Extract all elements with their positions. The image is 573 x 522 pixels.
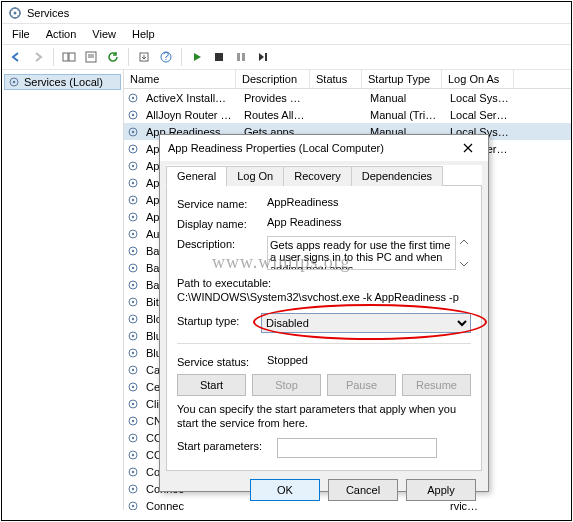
label-description: Description: xyxy=(177,236,259,250)
menu-view[interactable]: View xyxy=(86,26,122,42)
start-parameters-input[interactable] xyxy=(277,438,437,458)
cell-startup: Manual (Trig… xyxy=(364,109,444,121)
gear-icon xyxy=(126,381,140,393)
svg-point-41 xyxy=(132,300,134,302)
back-icon[interactable] xyxy=(6,47,26,67)
gear-icon xyxy=(126,432,140,444)
label-status: Service status: xyxy=(177,354,259,368)
label-service-name: Service name: xyxy=(177,196,259,210)
startup-type-select[interactable]: Disabled xyxy=(261,313,471,333)
svg-point-33 xyxy=(132,232,134,234)
col-name[interactable]: Name xyxy=(124,70,236,88)
toolbar: ? xyxy=(2,44,571,70)
svg-rect-13 xyxy=(265,53,267,61)
services-icon xyxy=(8,6,22,20)
col-logon[interactable]: Log On As xyxy=(442,70,514,88)
stop-button: Stop xyxy=(252,374,321,396)
params-note: You can specify the start parameters tha… xyxy=(177,402,471,431)
gear-icon xyxy=(126,92,140,104)
svg-point-57 xyxy=(132,436,134,438)
gear-icon xyxy=(126,262,140,274)
ok-button[interactable]: OK xyxy=(250,479,320,501)
cancel-button[interactable]: Cancel xyxy=(328,479,398,501)
scroll-down-icon[interactable] xyxy=(458,258,471,270)
dialog-button-row: OK Cancel Apply xyxy=(160,471,488,509)
svg-point-1 xyxy=(14,11,17,14)
value-display-name: App Readiness xyxy=(267,216,471,228)
gear-icon xyxy=(126,347,140,359)
pause-service-icon xyxy=(231,47,251,67)
svg-rect-2 xyxy=(63,53,68,61)
help-icon[interactable]: ? xyxy=(156,47,176,67)
menu-help[interactable]: Help xyxy=(126,26,161,42)
dialog-titlebar: App Readiness Properties (Local Computer… xyxy=(160,135,488,161)
svg-point-35 xyxy=(132,249,134,251)
dialog-title: App Readiness Properties (Local Computer… xyxy=(168,142,384,154)
stop-service-icon[interactable] xyxy=(209,47,229,67)
value-description[interactable]: Gets apps ready for use the first time a… xyxy=(267,236,456,270)
tree-pane: Services (Local) xyxy=(2,70,124,510)
gear-icon xyxy=(126,109,140,121)
gear-icon xyxy=(126,398,140,410)
svg-point-19 xyxy=(132,113,134,115)
svg-point-47 xyxy=(132,351,134,353)
svg-point-31 xyxy=(132,215,134,217)
svg-point-21 xyxy=(132,130,134,132)
scroll-up-icon[interactable] xyxy=(458,236,471,248)
gear-icon xyxy=(126,500,140,511)
cell-desc: Routes AllJo… xyxy=(238,109,312,121)
table-row[interactable]: AllJoyn Router ServiceRoutes AllJo…Manua… xyxy=(124,106,571,123)
tab-dependencies[interactable]: Dependencies xyxy=(351,166,443,186)
svg-point-29 xyxy=(132,198,134,200)
cell-logon: Local Servic… xyxy=(444,109,516,121)
gear-icon xyxy=(126,313,140,325)
svg-point-27 xyxy=(132,181,134,183)
export-icon[interactable] xyxy=(134,47,154,67)
tree-root[interactable]: Services (Local) xyxy=(4,74,121,90)
tree-root-label: Services (Local) xyxy=(24,76,103,88)
label-path: Path to executable: xyxy=(177,276,471,290)
svg-point-43 xyxy=(132,317,134,319)
svg-point-17 xyxy=(132,96,134,98)
tab-logon[interactable]: Log On xyxy=(226,166,284,186)
svg-point-45 xyxy=(132,334,134,336)
svg-point-15 xyxy=(13,81,16,84)
col-description[interactable]: Description xyxy=(236,70,310,88)
pause-button: Pause xyxy=(327,374,396,396)
gear-icon xyxy=(126,143,140,155)
window-title: Services xyxy=(27,7,69,19)
svg-text:?: ? xyxy=(163,51,169,62)
cell-name: ActiveX Installer (AxInstSV) xyxy=(140,92,238,104)
svg-point-55 xyxy=(132,419,134,421)
svg-point-51 xyxy=(132,385,134,387)
gear-icon xyxy=(126,160,140,172)
value-path: C:\WINDOWS\System32\svchost.exe -k AppRe… xyxy=(177,290,471,304)
start-button[interactable]: Start xyxy=(177,374,246,396)
menu-file[interactable]: File xyxy=(6,26,36,42)
properties-icon[interactable] xyxy=(81,47,101,67)
refresh-icon[interactable] xyxy=(103,47,123,67)
dialog-tabs: General Log On Recovery Dependencies xyxy=(166,165,482,186)
menu-action[interactable]: Action xyxy=(40,26,83,42)
svg-point-63 xyxy=(132,487,134,489)
svg-point-49 xyxy=(132,368,134,370)
cell-logon: Local Syste… xyxy=(444,92,516,104)
apply-button[interactable]: Apply xyxy=(406,479,476,501)
show-hide-icon[interactable] xyxy=(59,47,79,67)
gear-icon xyxy=(126,126,140,138)
gear-icon xyxy=(126,245,140,257)
menubar: File Action View Help xyxy=(2,24,571,44)
svg-rect-10 xyxy=(215,53,223,61)
restart-service-icon[interactable] xyxy=(253,47,273,67)
gear-icon xyxy=(126,211,140,223)
svg-point-59 xyxy=(132,453,134,455)
services-icon xyxy=(8,76,20,88)
col-status[interactable]: Status xyxy=(310,70,362,88)
tab-general[interactable]: General xyxy=(166,166,227,186)
col-startup[interactable]: Startup Type xyxy=(362,70,442,88)
label-startup: Startup type: xyxy=(177,313,253,327)
start-service-icon[interactable] xyxy=(187,47,207,67)
table-row[interactable]: ActiveX Installer (AxInstSV)Provides Us…… xyxy=(124,89,571,106)
tab-recovery[interactable]: Recovery xyxy=(283,166,351,186)
close-icon[interactable] xyxy=(456,138,480,158)
